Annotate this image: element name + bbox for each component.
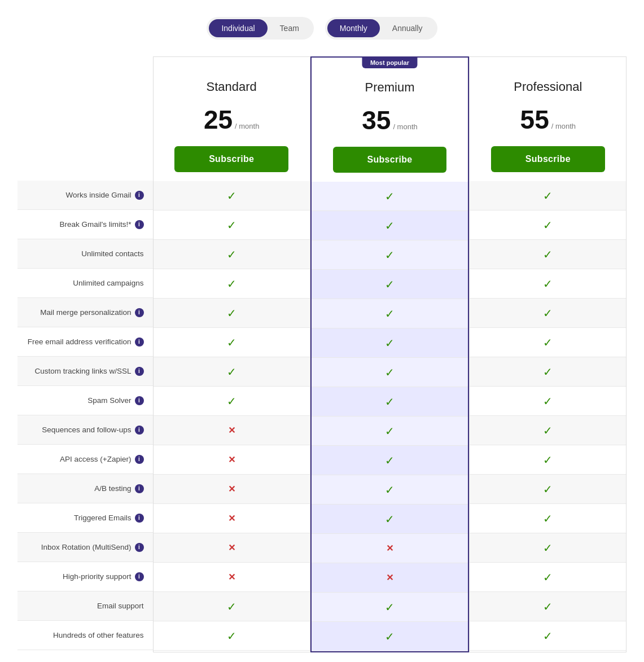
premium-feature-cell-15: ✓ — [312, 622, 468, 651]
check-icon: ✓ — [227, 336, 236, 349]
monthly-toggle[interactable]: Monthly — [327, 19, 380, 37]
check-icon: ✓ — [227, 600, 236, 613]
check-icon: ✓ — [227, 306, 236, 320]
feature-row: Triggered Emailsi — [17, 503, 153, 533]
info-icon[interactable]: i — [135, 220, 144, 229]
premium-plan-name: Premium — [365, 80, 414, 95]
feature-row: API access (+Zapier)i — [17, 445, 153, 474]
check-icon: ✓ — [543, 600, 553, 613]
check-icon: ✓ — [385, 454, 395, 467]
info-icon[interactable]: i — [135, 543, 144, 552]
cross-icon: ✕ — [228, 454, 235, 465]
feature-label: Unlimited contacts — [81, 249, 143, 258]
standard-feature-cell-6: ✓ — [154, 357, 310, 387]
professional-plan-header: Professional 55 / month Subscribe — [470, 57, 626, 181]
premium-feature-cell-7: ✓ — [312, 387, 468, 417]
standard-price: 25 — [204, 104, 233, 135]
check-icon: ✓ — [543, 424, 553, 437]
check-icon: ✓ — [385, 307, 395, 321]
standard-period: / month — [235, 122, 259, 130]
audience-toggle-group: Individual Team — [207, 17, 313, 40]
premium-feature-cell-9: ✓ — [312, 446, 468, 475]
premium-price: 35 — [362, 105, 391, 135]
professional-feature-cell-0: ✓ — [470, 181, 626, 211]
premium-subscribe-button[interactable]: Subscribe — [333, 147, 447, 173]
check-icon: ✓ — [385, 366, 395, 379]
standard-subscribe-button[interactable]: Subscribe — [174, 146, 288, 172]
check-icon: ✓ — [543, 277, 553, 291]
feature-label: A/B testing — [94, 484, 131, 493]
cross-icon: ✕ — [228, 484, 235, 494]
feature-row: Works inside Gmaili — [17, 181, 153, 210]
standard-plan-name: Standard — [207, 80, 257, 94]
cross-icon: ✕ — [228, 425, 235, 436]
feature-label: API access (+Zapier) — [60, 455, 131, 463]
feature-label: Email support — [97, 602, 144, 610]
check-icon: ✓ — [543, 541, 553, 555]
info-icon[interactable]: i — [135, 191, 144, 200]
info-icon[interactable]: i — [135, 484, 144, 493]
professional-feature-cell-4: ✓ — [470, 299, 626, 328]
check-icon: ✓ — [385, 336, 395, 350]
premium-period: / month — [393, 122, 417, 131]
check-icon: ✓ — [385, 483, 395, 497]
premium-price-row: 35 / month — [362, 105, 418, 135]
premium-feature-cell-12: ✕ — [312, 534, 468, 563]
professional-period: / month — [551, 122, 576, 130]
premium-feature-cell-14: ✓ — [312, 593, 468, 622]
info-icon[interactable]: i — [135, 426, 144, 435]
info-icon[interactable]: i — [135, 367, 144, 376]
cross-icon: ✕ — [228, 572, 235, 582]
feature-row: Spam Solveri — [17, 386, 153, 415]
standard-feature-cell-9: ✕ — [154, 445, 310, 475]
info-icon[interactable]: i — [135, 337, 144, 347]
check-icon: ✓ — [227, 629, 236, 643]
check-icon: ✓ — [543, 512, 553, 525]
check-icon: ✓ — [543, 394, 553, 408]
standard-feature-cell-0: ✓ — [154, 181, 310, 211]
check-icon: ✓ — [543, 336, 553, 349]
feature-row: Break Gmail's limits!*i — [17, 210, 153, 239]
professional-price: 55 — [520, 104, 549, 135]
feature-row: A/B testingi — [17, 474, 153, 503]
feature-row: High-priority supporti — [17, 562, 153, 591]
feature-row: Custom tracking links w/SSLi — [17, 357, 153, 386]
check-icon: ✓ — [385, 630, 395, 643]
info-icon[interactable]: i — [135, 308, 144, 317]
check-icon: ✓ — [543, 306, 553, 320]
premium-feature-cell-1: ✓ — [312, 211, 468, 240]
standard-feature-cell-5: ✓ — [154, 328, 310, 357]
check-icon: ✓ — [543, 629, 553, 643]
check-icon: ✓ — [543, 218, 553, 232]
standard-feature-cell-1: ✓ — [154, 211, 310, 240]
check-icon: ✓ — [227, 248, 236, 261]
info-icon[interactable]: i — [135, 572, 144, 581]
check-icon: ✓ — [227, 394, 236, 408]
info-icon[interactable]: i — [135, 396, 144, 405]
info-icon[interactable]: i — [135, 514, 144, 523]
professional-plan-column: Professional 55 / month Subscribe ✓✓✓✓✓✓… — [469, 56, 627, 652]
feature-label: Sequences and follow-ups — [42, 426, 131, 434]
premium-feature-cell-6: ✓ — [312, 358, 468, 387]
professional-feature-cell-5: ✓ — [470, 328, 626, 357]
info-icon[interactable]: i — [135, 455, 144, 464]
feature-row: Mail merge personalizationi — [17, 298, 153, 327]
feature-label: High-priority support — [63, 572, 132, 581]
standard-plan-column: Standard 25 / month Subscribe ✓✓✓✓✓✓✓✓✕✕… — [153, 56, 310, 652]
feature-row: Sequences and follow-upsi — [17, 415, 153, 445]
check-icon: ✓ — [227, 218, 236, 232]
feature-row: Inbox Rotation (MultiSend)i — [17, 533, 153, 562]
premium-plan-header: Premium 35 / month Subscribe — [312, 58, 468, 182]
team-toggle[interactable]: Team — [268, 19, 312, 37]
individual-toggle[interactable]: Individual — [209, 19, 267, 37]
professional-subscribe-button[interactable]: Subscribe — [491, 146, 605, 172]
professional-feature-cell-2: ✓ — [470, 240, 626, 269]
feature-row: Unlimited contacts — [17, 239, 153, 269]
check-icon: ✓ — [227, 277, 236, 291]
check-icon: ✓ — [227, 365, 236, 379]
standard-feature-cell-4: ✓ — [154, 299, 310, 328]
check-icon: ✓ — [385, 395, 395, 409]
premium-feature-cell-0: ✓ — [312, 182, 468, 211]
annually-toggle[interactable]: Annually — [380, 19, 435, 37]
check-icon: ✓ — [385, 600, 395, 614]
